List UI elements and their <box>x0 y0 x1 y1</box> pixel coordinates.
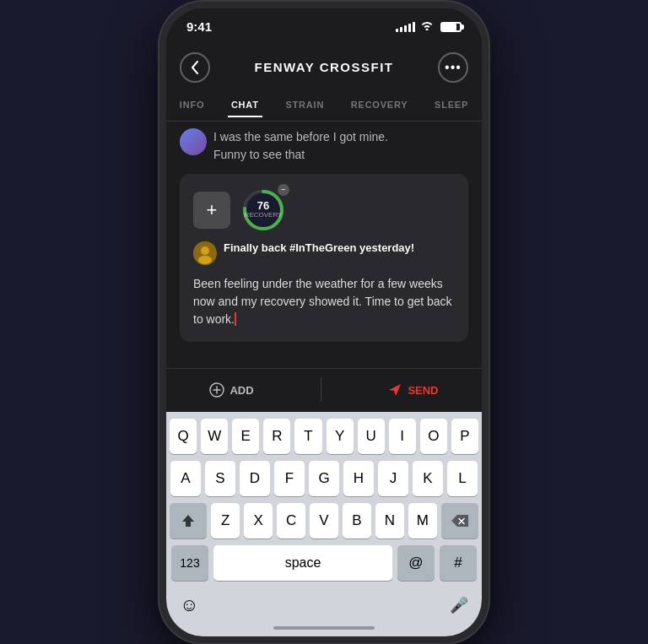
tab-info[interactable]: INFO <box>176 93 208 116</box>
home-bar-line <box>273 626 375 630</box>
action-divider <box>321 378 321 402</box>
key-g[interactable]: G <box>309 461 339 496</box>
shared-card: + − 76 RECOVERY <box>180 174 468 342</box>
tab-recovery[interactable]: RECOVERY <box>348 93 412 116</box>
nav-header: FENWAY CROSSFIT ••• <box>166 46 482 89</box>
key-o[interactable]: O <box>420 419 447 454</box>
status-icons <box>396 20 462 33</box>
key-s[interactable]: S <box>205 461 235 496</box>
key-u[interactable]: U <box>358 419 385 454</box>
tab-sleep[interactable]: SLEEP <box>431 93 472 116</box>
key-z[interactable]: Z <box>211 503 240 538</box>
numbers-key[interactable]: 123 <box>171 545 208 581</box>
phone-frame: 9:41 FENWAY CROSSF <box>159 2 489 643</box>
post-caption: Finally back #InTheGreen yesterday! <box>224 241 414 254</box>
keyboard-row-1: Q W E R T Y U I O P <box>170 419 478 454</box>
back-button[interactable] <box>180 52 210 83</box>
keyboard-row-2: A S D F G H J K L <box>170 461 478 496</box>
shared-card-top: + − 76 RECOVERY <box>193 187 455 233</box>
message-row: I was the same before I got mine. Funny … <box>180 128 468 164</box>
more-button[interactable]: ••• <box>438 52 468 83</box>
tab-bar: INFO CHAT STRAIN RECOVERY SLEEP <box>166 89 482 122</box>
key-q[interactable]: Q <box>170 419 197 454</box>
key-a[interactable]: A <box>170 461 201 496</box>
wifi-icon <box>420 20 434 33</box>
key-w[interactable]: W <box>201 419 228 454</box>
add-metric-button[interactable]: + <box>193 192 230 229</box>
status-bar: 9:41 <box>166 8 482 46</box>
recovery-value: 76 RECOVERY <box>245 200 283 219</box>
key-n[interactable]: N <box>375 503 404 538</box>
text-cursor <box>235 312 236 326</box>
svg-point-4 <box>198 256 212 264</box>
keyboard: Q W E R T Y U I O P A S D F G H J K <box>166 412 482 636</box>
post-body: Been feeling under the weather for a few… <box>193 275 455 328</box>
key-l[interactable]: L <box>447 461 478 496</box>
shift-key[interactable] <box>170 503 207 538</box>
key-d[interactable]: D <box>240 461 270 496</box>
key-b[interactable]: B <box>343 503 371 538</box>
chat-area: I was the same before I got mine. Funny … <box>166 122 482 412</box>
key-c[interactable]: C <box>277 503 305 538</box>
key-t[interactable]: T <box>294 419 321 454</box>
recovery-circle: − 76 RECOVERY <box>240 187 286 233</box>
tab-strain[interactable]: STRAIN <box>282 93 327 116</box>
signal-icon <box>396 22 415 32</box>
key-p[interactable]: P <box>451 419 478 454</box>
backspace-key[interactable] <box>441 503 478 538</box>
home-bar <box>166 620 482 636</box>
keyboard-row-3: Z X C V B N M <box>170 503 478 538</box>
key-k[interactable]: K <box>413 461 443 496</box>
add-button[interactable]: ADD <box>189 376 273 404</box>
keyboard-bottom-row: 123 space @ # <box>166 542 482 594</box>
key-f[interactable]: F <box>274 461 305 496</box>
action-bar: ADD SEND <box>166 368 482 412</box>
key-r[interactable]: R <box>263 419 290 454</box>
svg-point-3 <box>201 246 209 255</box>
key-h[interactable]: H <box>343 461 374 496</box>
key-x[interactable]: X <box>244 503 273 538</box>
emoji-button[interactable]: ☺ <box>180 594 198 616</box>
message-bubble: I was the same before I got mine. Funny … <box>213 128 388 164</box>
battery-icon <box>440 22 462 32</box>
tab-chat[interactable]: CHAT <box>228 93 262 116</box>
post-header: Finally back #InTheGreen yesterday! <box>193 241 455 265</box>
post-avatar <box>193 241 217 265</box>
mic-button[interactable]: 🎤 <box>450 596 468 614</box>
status-time: 9:41 <box>186 19 212 34</box>
at-key[interactable]: @ <box>397 545 435 581</box>
emoji-mic-row: ☺ 🎤 <box>166 594 482 620</box>
keyboard-rows: Q W E R T Y U I O P A S D F G H J K <box>166 412 482 542</box>
key-v[interactable]: V <box>310 503 338 538</box>
messages-container: I was the same before I got mine. Funny … <box>166 122 482 368</box>
send-button[interactable]: SEND <box>367 376 458 404</box>
key-e[interactable]: E <box>232 419 259 454</box>
key-m[interactable]: M <box>408 503 437 538</box>
key-i[interactable]: I <box>389 419 416 454</box>
page-title: FENWAY CROSSFIT <box>254 60 393 74</box>
key-j[interactable]: J <box>378 461 408 496</box>
space-key[interactable]: space <box>213 545 392 581</box>
hash-key[interactable]: # <box>440 545 477 581</box>
avatar <box>180 128 207 155</box>
key-y[interactable]: Y <box>327 419 354 454</box>
